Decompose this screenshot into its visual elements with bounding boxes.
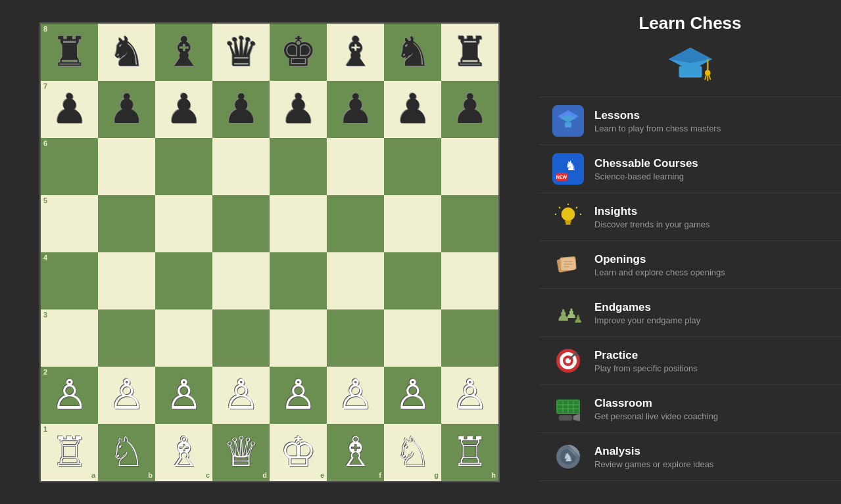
menu-item-lessons[interactable]: Lessons Learn to play from chess masters — [539, 97, 841, 145]
chess-board[interactable]: 8♜♞♝♛♚♝♞♜7♟♟♟♟♟♟♟♟65432♙♙♙♙♙♙♙♙1a♖b♘c♗d♕… — [39, 22, 500, 482]
square-f1[interactable]: f♗ — [327, 424, 384, 481]
square-a3[interactable]: 3 — [41, 309, 98, 367]
square-h5[interactable] — [441, 195, 498, 252]
square-f3[interactable] — [327, 309, 384, 367]
square-b6[interactable] — [98, 138, 155, 195]
square-g6[interactable] — [384, 138, 441, 195]
endgames-title: Endgames — [594, 301, 700, 314]
square-b7[interactable]: ♟ — [98, 81, 155, 138]
square-c7[interactable]: ♟ — [155, 81, 212, 138]
insights-title: Insights — [594, 205, 710, 218]
square-b5[interactable] — [98, 195, 155, 252]
square-g2[interactable]: ♙ — [384, 367, 441, 424]
square-g8[interactable]: ♞ — [384, 24, 441, 81]
square-e6[interactable] — [270, 138, 327, 195]
square-h7[interactable]: ♟ — [441, 81, 498, 138]
square-b3[interactable] — [98, 309, 155, 367]
square-c2[interactable]: ♙ — [155, 367, 212, 424]
square-d3[interactable] — [212, 309, 270, 367]
square-a8[interactable]: 8♜ — [41, 24, 98, 81]
square-g3[interactable] — [384, 309, 441, 367]
square-f6[interactable] — [327, 138, 384, 195]
square-f8[interactable]: ♝ — [327, 24, 384, 81]
square-h1[interactable]: h♖ — [441, 424, 498, 481]
svg-line-19 — [576, 207, 577, 208]
square-a1[interactable]: 1a♖ — [41, 424, 98, 481]
rank-label-6: 6 — [43, 140, 47, 147]
svg-rect-2 — [679, 66, 702, 78]
square-c6[interactable] — [155, 138, 212, 195]
piece-c7: ♟ — [166, 89, 203, 129]
square-h8[interactable]: ♜ — [441, 24, 498, 81]
square-d7[interactable]: ♟ — [212, 81, 270, 138]
square-c3[interactable] — [155, 309, 212, 367]
square-d1[interactable]: d♕ — [212, 424, 270, 481]
square-d4[interactable] — [212, 252, 270, 309]
square-c5[interactable] — [155, 195, 212, 252]
svg-point-4 — [704, 70, 710, 76]
analysis-text: Analysis Review games or explore ideas — [594, 445, 713, 469]
chess-board-wrapper: 8♜♞♝♛♚♝♞♜7♟♟♟♟♟♟♟♟65432♙♙♙♙♙♙♙♙1a♖b♘c♗d♕… — [39, 22, 500, 482]
square-h4[interactable] — [441, 252, 498, 309]
svg-rect-24 — [565, 223, 571, 225]
square-c8[interactable]: ♝ — [155, 24, 212, 81]
square-f7[interactable]: ♟ — [327, 81, 384, 138]
square-b2[interactable]: ♙ — [98, 367, 155, 424]
square-d5[interactable] — [212, 195, 270, 252]
square-g1[interactable]: g♘ — [384, 424, 441, 481]
square-a2[interactable]: 2♙ — [41, 367, 98, 424]
chessable-subtitle: Science-based learning — [594, 172, 698, 181]
square-a5[interactable]: 5 — [41, 195, 98, 252]
square-e8[interactable]: ♚ — [270, 24, 327, 81]
openings-text: Openings Learn and explore chess opening… — [594, 253, 725, 277]
svg-point-25 — [562, 208, 575, 221]
endgames-text: Endgames Improve your endgame play — [594, 301, 700, 325]
square-b8[interactable]: ♞ — [98, 24, 155, 81]
square-b1[interactable]: b♘ — [98, 424, 155, 481]
square-h6[interactable] — [441, 138, 498, 195]
menu-item-insights[interactable]: Insights Discover trends in your games — [539, 193, 841, 241]
square-e4[interactable] — [270, 252, 327, 309]
square-h3[interactable] — [441, 309, 498, 367]
square-f5[interactable] — [327, 195, 384, 252]
square-e5[interactable] — [270, 195, 327, 252]
square-e1[interactable]: e♔ — [270, 424, 327, 481]
svg-text:♞: ♞ — [565, 158, 577, 173]
square-a4[interactable]: 4 — [41, 252, 98, 309]
square-c4[interactable] — [155, 252, 212, 309]
square-a7[interactable]: 7♟ — [41, 81, 98, 138]
piece-c2: ♙ — [166, 375, 203, 415]
openings-subtitle: Learn and explore chess openings — [594, 267, 725, 277]
menu-item-analysis[interactable]: ♞ Analysis Review games or explore ideas — [539, 433, 841, 481]
square-d2[interactable]: ♙ — [212, 367, 270, 424]
practice-icon — [552, 345, 584, 377]
square-e7[interactable]: ♟ — [270, 81, 327, 138]
square-g7[interactable]: ♟ — [384, 81, 441, 138]
square-d8[interactable]: ♛ — [212, 24, 270, 81]
square-h2[interactable]: ♙ — [441, 367, 498, 424]
menu-item-chessable[interactable]: NEW ♞ Chessable Courses Science-based le… — [539, 145, 841, 193]
square-g4[interactable] — [384, 252, 441, 309]
menu-item-classroom[interactable]: Classroom Get personal live video coachi… — [539, 385, 841, 433]
square-g5[interactable] — [384, 195, 441, 252]
svg-rect-11 — [565, 122, 571, 127]
piece-h8: ♜ — [452, 32, 489, 72]
menu-item-endgames[interactable]: ♟ ♟ ♟ Endgames Improve your endgame play — [539, 289, 841, 337]
piece-a1: ♖ — [51, 432, 88, 472]
square-d6[interactable] — [212, 138, 270, 195]
menu-item-practice[interactable]: Practice Play from specific positions — [539, 337, 841, 385]
square-c1[interactable]: c♗ — [155, 424, 212, 481]
square-b4[interactable] — [98, 252, 155, 309]
piece-b1: ♘ — [108, 432, 145, 472]
square-e3[interactable] — [270, 309, 327, 367]
square-f4[interactable] — [327, 252, 384, 309]
square-f2[interactable]: ♙ — [327, 367, 384, 424]
menu-item-openings[interactable]: Openings Learn and explore chess opening… — [539, 241, 841, 289]
square-e2[interactable]: ♙ — [270, 367, 327, 424]
square-a6[interactable]: 6 — [41, 138, 98, 195]
piece-b8: ♞ — [108, 32, 145, 72]
piece-d1: ♕ — [223, 432, 260, 472]
svg-line-7 — [709, 75, 711, 80]
right-panel: Learn Chess — [539, 0, 841, 504]
svg-line-5 — [704, 75, 706, 80]
